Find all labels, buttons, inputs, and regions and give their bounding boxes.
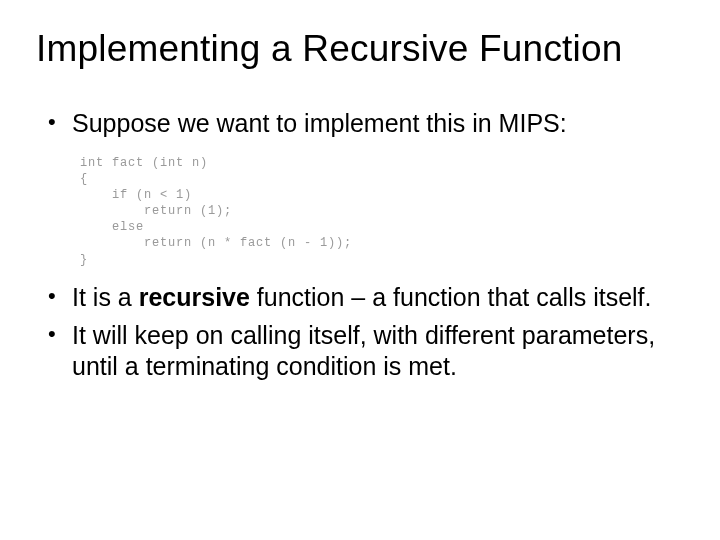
bullet-text-pre: It is a [72, 283, 139, 311]
bullet-list: Suppose we want to implement this in MIP… [44, 108, 684, 139]
bullet-text: It will keep on calling itself, with dif… [72, 321, 655, 380]
code-text: int fact (int n) { if (n < 1) return (1)… [80, 155, 352, 268]
slide: Implementing a Recursive Function Suppos… [0, 0, 720, 540]
slide-title: Implementing a Recursive Function [36, 28, 684, 70]
bullet-item: Suppose we want to implement this in MIP… [44, 108, 684, 139]
bullet-item: It will keep on calling itself, with dif… [44, 320, 684, 381]
bullet-text-bold: recursive [139, 283, 250, 311]
bullet-text: Suppose we want to implement this in MIP… [72, 109, 567, 137]
code-snippet: int fact (int n) { if (n < 1) return (1)… [74, 151, 362, 272]
bullet-text-post: function – a function that calls itself. [250, 283, 652, 311]
bullet-item: It is a recursive function – a function … [44, 282, 684, 313]
bullet-list: It is a recursive function – a function … [44, 282, 684, 382]
